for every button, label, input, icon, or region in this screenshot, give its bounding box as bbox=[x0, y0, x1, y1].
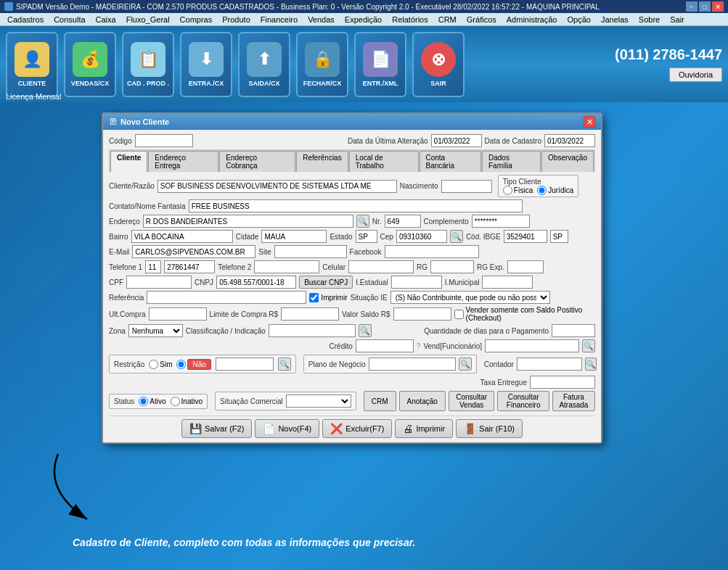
taxa-entregue-input[interactable] bbox=[530, 376, 595, 389]
menu-compras[interactable]: Compras bbox=[176, 15, 217, 25]
sair-dialog-btn[interactable]: 🚪 Sair (F10) bbox=[456, 419, 523, 438]
tab-dados-familia[interactable]: Dados Família bbox=[482, 151, 541, 172]
menu-vendas[interactable]: Vendas bbox=[303, 15, 339, 25]
bairro-input[interactable] bbox=[131, 230, 233, 243]
menu-expedicao[interactable]: Expedição bbox=[340, 15, 386, 25]
plano-negocio-input[interactable] bbox=[369, 358, 456, 371]
toolbar-btn-saidacx[interactable]: ⬆ SAIDA/CX bbox=[238, 32, 290, 97]
data-cadastro-input[interactable] bbox=[544, 134, 595, 147]
menu-administracao[interactable]: Administração bbox=[502, 15, 562, 25]
toolbar-btn-vendas[interactable]: 💰 VENDAS/CX bbox=[64, 32, 116, 97]
restricao-sim-radio[interactable] bbox=[149, 360, 158, 369]
restricao-sim-label[interactable]: Sim bbox=[149, 360, 172, 369]
menu-caixa[interactable]: Caixa bbox=[91, 15, 120, 25]
endereco-input[interactable] bbox=[143, 215, 353, 228]
anotacao-btn[interactable]: Anotação bbox=[399, 391, 446, 411]
codigo-input[interactable] bbox=[135, 134, 193, 147]
cep-input[interactable] bbox=[396, 230, 447, 243]
i-estadual-input[interactable] bbox=[391, 276, 442, 289]
tipo-juridica-label[interactable]: Jurídica bbox=[537, 186, 573, 195]
tab-cliente[interactable]: Cliente bbox=[110, 151, 147, 172]
razao-input[interactable] bbox=[158, 180, 397, 193]
tab-local-trabalho[interactable]: Local de Trabalho bbox=[349, 151, 419, 172]
menu-graficos[interactable]: Gráficos bbox=[462, 15, 501, 25]
toolbar-btn-entrxml[interactable]: 📄 ENTR./XML bbox=[354, 32, 406, 97]
tab-endereco-entrega[interactable]: Endereço Entrega bbox=[148, 151, 218, 172]
vend-func-search-btn[interactable]: 🔍 bbox=[582, 339, 595, 352]
toolbar-btn-entracx[interactable]: ⬇ ENTRA./CX bbox=[180, 32, 232, 97]
restricao-input[interactable] bbox=[216, 358, 274, 371]
toolbar-btn-cliente[interactable]: 👤 CLIENTE bbox=[6, 32, 58, 97]
tab-observacao[interactable]: Observação bbox=[541, 151, 594, 172]
cod-ibge-input[interactable] bbox=[504, 230, 547, 243]
tipo-fisica-label[interactable]: Física bbox=[503, 186, 533, 195]
tel2-input[interactable] bbox=[254, 260, 319, 273]
toolbar-btn-sair[interactable]: ⊗ SAIR bbox=[412, 32, 465, 97]
status-ativo-label[interactable]: Ativo bbox=[139, 397, 165, 406]
data-ultima-input[interactable] bbox=[431, 134, 482, 147]
menu-consulta[interactable]: Consulta bbox=[49, 15, 89, 25]
status-inativo-label[interactable]: Inativo bbox=[171, 397, 203, 406]
menu-cadastros[interactable]: Cadastros bbox=[3, 15, 48, 25]
novo-btn[interactable]: 📄 Novo(F4) bbox=[255, 419, 319, 438]
status-inativo-radio[interactable] bbox=[171, 397, 180, 406]
cpf-input[interactable] bbox=[126, 276, 192, 289]
vender-saldo-checkbox[interactable] bbox=[454, 310, 464, 319]
toolbar-btn-cad[interactable]: 📋 CAD . PROD . bbox=[122, 32, 174, 97]
cidade-input[interactable] bbox=[261, 230, 327, 243]
fatura-atrasada-btn[interactable]: Fatura Atrasada bbox=[552, 391, 595, 411]
credito-input[interactable] bbox=[356, 339, 414, 352]
tab-referencias[interactable]: Referências bbox=[296, 151, 348, 172]
salvar-btn[interactable]: 💾 Salvar (F2) bbox=[181, 419, 252, 438]
valor-saldo-input[interactable] bbox=[393, 307, 451, 321]
imprimir-check-label[interactable]: Imprimir bbox=[309, 293, 347, 302]
email-input[interactable] bbox=[132, 245, 255, 258]
site-input[interactable] bbox=[274, 245, 347, 258]
facebook-input[interactable] bbox=[385, 245, 479, 258]
menu-sair[interactable]: Sair bbox=[666, 15, 689, 25]
tab-endereco-cobranca[interactable]: Endereço Cobrança bbox=[219, 151, 295, 172]
status-ativo-radio[interactable] bbox=[139, 397, 148, 406]
limite-compra-input[interactable] bbox=[281, 307, 339, 321]
maximize-btn[interactable]: □ bbox=[699, 1, 711, 12]
ouvidoria-btn[interactable]: Ouvidoria bbox=[669, 67, 722, 82]
qtd-dias-input[interactable] bbox=[552, 324, 595, 337]
estado-input[interactable] bbox=[356, 230, 377, 243]
menu-fluxo[interactable]: Fluxo_Geral bbox=[122, 15, 174, 25]
menu-financeiro[interactable]: Financeiro bbox=[256, 15, 302, 25]
tel1-input[interactable] bbox=[164, 260, 215, 273]
plano-negocio-search-btn[interactable]: 🔍 bbox=[459, 358, 472, 371]
nascimento-input[interactable] bbox=[441, 180, 492, 193]
cod-ibge-uf-input[interactable] bbox=[550, 230, 568, 243]
menu-crm[interactable]: CRM bbox=[434, 15, 461, 25]
excluir-btn[interactable]: ❌ Excluir(F7) bbox=[322, 419, 392, 438]
dialog-close-btn[interactable]: ✕ bbox=[584, 116, 595, 128]
contato-input[interactable] bbox=[189, 199, 523, 212]
nr-input[interactable] bbox=[385, 215, 421, 228]
contador-input[interactable] bbox=[517, 358, 582, 371]
minimize-btn[interactable]: − bbox=[686, 1, 698, 12]
consultar-financeiro-btn[interactable]: Consultar Financeiro bbox=[497, 391, 549, 411]
i-municipal-input[interactable] bbox=[482, 276, 533, 289]
situacao-comercial-select[interactable] bbox=[286, 395, 351, 408]
tipo-juridica-radio[interactable] bbox=[537, 186, 547, 195]
situacao-ie-select[interactable]: (S) Não Contribuinte, que pode ou não po… bbox=[390, 291, 550, 304]
classificacao-input[interactable] bbox=[269, 324, 356, 337]
vender-saldo-check-label[interactable]: Vender somente com Saldo Positivo (Check… bbox=[454, 306, 595, 322]
restricao-nao-radio[interactable] bbox=[176, 360, 186, 369]
zona-select[interactable]: Nenhuma bbox=[128, 324, 183, 337]
menu-opcao[interactable]: Opção bbox=[563, 15, 594, 25]
referencia-input[interactable] bbox=[147, 291, 306, 304]
endereco-search-btn[interactable]: 🔍 bbox=[356, 215, 369, 228]
close-window-btn[interactable]: ✕ bbox=[712, 1, 724, 12]
buscar-cnpj-btn[interactable]: Buscar CNPJ bbox=[299, 276, 353, 289]
imprimir-btn[interactable]: 🖨 Imprimir bbox=[395, 419, 453, 438]
rg-exp-input[interactable] bbox=[507, 260, 544, 273]
menu-sobre[interactable]: Sobre bbox=[634, 15, 664, 25]
ult-compra-input[interactable] bbox=[149, 307, 207, 321]
cep-search-btn[interactable]: 🔍 bbox=[450, 230, 463, 243]
tab-conta-bancaria[interactable]: Conta Bancária bbox=[420, 151, 481, 172]
celular-input[interactable] bbox=[348, 260, 414, 273]
classificacao-search-btn[interactable]: 🔍 bbox=[359, 324, 372, 337]
menu-relatorios[interactable]: Relatórios bbox=[388, 15, 433, 25]
